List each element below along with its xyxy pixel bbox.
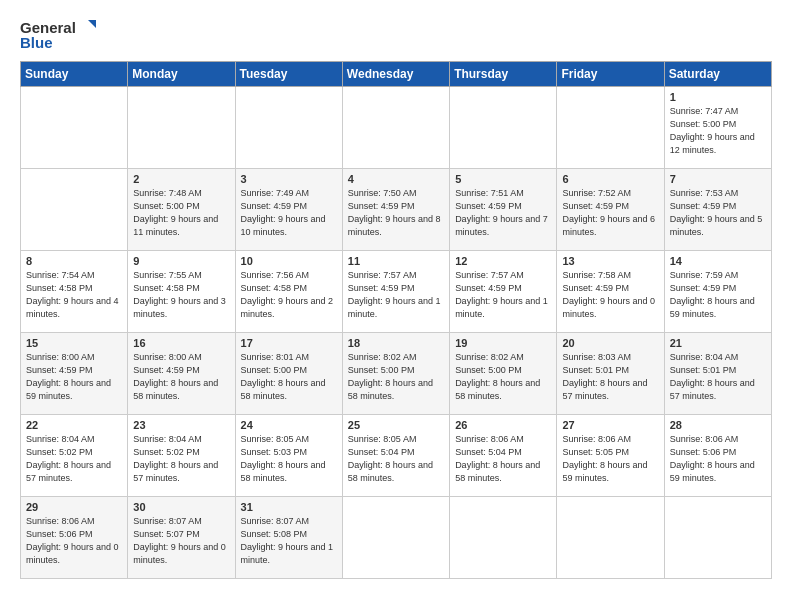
calendar-day-29: 29Sunrise: 8:06 AMSunset: 5:06 PMDayligh… [21,497,128,579]
day-info: Sunrise: 8:05 AMSunset: 5:04 PMDaylight:… [348,433,444,485]
day-number: 9 [133,255,229,267]
day-number: 20 [562,337,658,349]
calendar-day-31: 31Sunrise: 8:07 AMSunset: 5:08 PMDayligh… [235,497,342,579]
calendar-day-25: 25Sunrise: 8:05 AMSunset: 5:04 PMDayligh… [342,415,449,497]
day-info: Sunrise: 8:03 AMSunset: 5:01 PMDaylight:… [562,351,658,403]
logo: General Blue [20,18,96,51]
day-number: 1 [670,91,766,103]
empty-cell [235,87,342,169]
day-info: Sunrise: 7:49 AMSunset: 4:59 PMDaylight:… [241,187,337,239]
calendar-week-5: 22Sunrise: 8:04 AMSunset: 5:02 PMDayligh… [21,415,772,497]
calendar-day-3: 3Sunrise: 7:49 AMSunset: 4:59 PMDaylight… [235,169,342,251]
col-header-tuesday: Tuesday [235,62,342,87]
day-number: 27 [562,419,658,431]
col-header-wednesday: Wednesday [342,62,449,87]
calendar: SundayMondayTuesdayWednesdayThursdayFrid… [20,61,772,579]
calendar-day-15: 15Sunrise: 8:00 AMSunset: 4:59 PMDayligh… [21,333,128,415]
day-info: Sunrise: 7:52 AMSunset: 4:59 PMDaylight:… [562,187,658,239]
calendar-week-1: 1Sunrise: 7:47 AMSunset: 5:00 PMDaylight… [21,87,772,169]
empty-cell [557,497,664,579]
calendar-day-28: 28Sunrise: 8:06 AMSunset: 5:06 PMDayligh… [664,415,771,497]
calendar-day-17: 17Sunrise: 8:01 AMSunset: 5:00 PMDayligh… [235,333,342,415]
calendar-day-14: 14Sunrise: 7:59 AMSunset: 4:59 PMDayligh… [664,251,771,333]
calendar-day-1: 1Sunrise: 7:47 AMSunset: 5:00 PMDaylight… [664,87,771,169]
day-number: 7 [670,173,766,185]
empty-cell [128,87,235,169]
day-info: Sunrise: 8:00 AMSunset: 4:59 PMDaylight:… [133,351,229,403]
day-info: Sunrise: 7:47 AMSunset: 5:00 PMDaylight:… [670,105,766,157]
day-info: Sunrise: 8:04 AMSunset: 5:02 PMDaylight:… [26,433,122,485]
empty-cell [21,87,128,169]
day-number: 23 [133,419,229,431]
day-info: Sunrise: 7:57 AMSunset: 4:59 PMDaylight:… [348,269,444,321]
calendar-day-30: 30Sunrise: 8:07 AMSunset: 5:07 PMDayligh… [128,497,235,579]
day-info: Sunrise: 8:06 AMSunset: 5:05 PMDaylight:… [562,433,658,485]
calendar-day-9: 9Sunrise: 7:55 AMSunset: 4:58 PMDaylight… [128,251,235,333]
day-number: 17 [241,337,337,349]
calendar-day-8: 8Sunrise: 7:54 AMSunset: 4:58 PMDaylight… [21,251,128,333]
day-info: Sunrise: 8:05 AMSunset: 5:03 PMDaylight:… [241,433,337,485]
day-info: Sunrise: 8:01 AMSunset: 5:00 PMDaylight:… [241,351,337,403]
day-number: 15 [26,337,122,349]
empty-cell [557,87,664,169]
day-info: Sunrise: 8:06 AMSunset: 5:06 PMDaylight:… [670,433,766,485]
day-number: 29 [26,501,122,513]
calendar-day-7: 7Sunrise: 7:53 AMSunset: 4:59 PMDaylight… [664,169,771,251]
logo-general: General [20,19,76,36]
day-info: Sunrise: 7:59 AMSunset: 4:59 PMDaylight:… [670,269,766,321]
page: General Blue SundayMondayTuesdayWednesda… [0,0,792,612]
calendar-day-26: 26Sunrise: 8:06 AMSunset: 5:04 PMDayligh… [450,415,557,497]
calendar-day-23: 23Sunrise: 8:04 AMSunset: 5:02 PMDayligh… [128,415,235,497]
calendar-day-12: 12Sunrise: 7:57 AMSunset: 4:59 PMDayligh… [450,251,557,333]
day-number: 11 [348,255,444,267]
day-number: 12 [455,255,551,267]
day-number: 13 [562,255,658,267]
col-header-monday: Monday [128,62,235,87]
day-number: 6 [562,173,658,185]
day-info: Sunrise: 8:02 AMSunset: 5:00 PMDaylight:… [348,351,444,403]
col-header-friday: Friday [557,62,664,87]
empty-cell [450,87,557,169]
calendar-header-row: SundayMondayTuesdayWednesdayThursdayFrid… [21,62,772,87]
logo-bird-icon [78,18,96,36]
day-info: Sunrise: 7:57 AMSunset: 4:59 PMDaylight:… [455,269,551,321]
day-number: 18 [348,337,444,349]
header: General Blue [20,18,772,51]
day-info: Sunrise: 7:48 AMSunset: 5:00 PMDaylight:… [133,187,229,239]
calendar-day-16: 16Sunrise: 8:00 AMSunset: 4:59 PMDayligh… [128,333,235,415]
calendar-day-24: 24Sunrise: 8:05 AMSunset: 5:03 PMDayligh… [235,415,342,497]
day-number: 5 [455,173,551,185]
day-number: 10 [241,255,337,267]
day-number: 26 [455,419,551,431]
calendar-day-19: 19Sunrise: 8:02 AMSunset: 5:00 PMDayligh… [450,333,557,415]
col-header-thursday: Thursday [450,62,557,87]
day-number: 30 [133,501,229,513]
day-info: Sunrise: 7:58 AMSunset: 4:59 PMDaylight:… [562,269,658,321]
empty-cell [342,497,449,579]
col-header-sunday: Sunday [21,62,128,87]
day-number: 16 [133,337,229,349]
calendar-day-18: 18Sunrise: 8:02 AMSunset: 5:00 PMDayligh… [342,333,449,415]
day-number: 14 [670,255,766,267]
day-info: Sunrise: 8:07 AMSunset: 5:08 PMDaylight:… [241,515,337,567]
empty-cell [21,169,128,251]
day-number: 4 [348,173,444,185]
calendar-day-6: 6Sunrise: 7:52 AMSunset: 4:59 PMDaylight… [557,169,664,251]
day-info: Sunrise: 8:02 AMSunset: 5:00 PMDaylight:… [455,351,551,403]
logo-blue: Blue [20,34,53,51]
day-number: 25 [348,419,444,431]
day-info: Sunrise: 8:06 AMSunset: 5:04 PMDaylight:… [455,433,551,485]
empty-cell [342,87,449,169]
day-info: Sunrise: 7:50 AMSunset: 4:59 PMDaylight:… [348,187,444,239]
calendar-day-4: 4Sunrise: 7:50 AMSunset: 4:59 PMDaylight… [342,169,449,251]
day-info: Sunrise: 8:00 AMSunset: 4:59 PMDaylight:… [26,351,122,403]
calendar-day-10: 10Sunrise: 7:56 AMSunset: 4:58 PMDayligh… [235,251,342,333]
calendar-day-21: 21Sunrise: 8:04 AMSunset: 5:01 PMDayligh… [664,333,771,415]
calendar-day-13: 13Sunrise: 7:58 AMSunset: 4:59 PMDayligh… [557,251,664,333]
day-info: Sunrise: 7:53 AMSunset: 4:59 PMDaylight:… [670,187,766,239]
day-info: Sunrise: 7:55 AMSunset: 4:58 PMDaylight:… [133,269,229,321]
logo-container: General Blue [20,18,96,51]
day-info: Sunrise: 7:51 AMSunset: 4:59 PMDaylight:… [455,187,551,239]
svg-marker-0 [88,20,96,28]
day-number: 31 [241,501,337,513]
